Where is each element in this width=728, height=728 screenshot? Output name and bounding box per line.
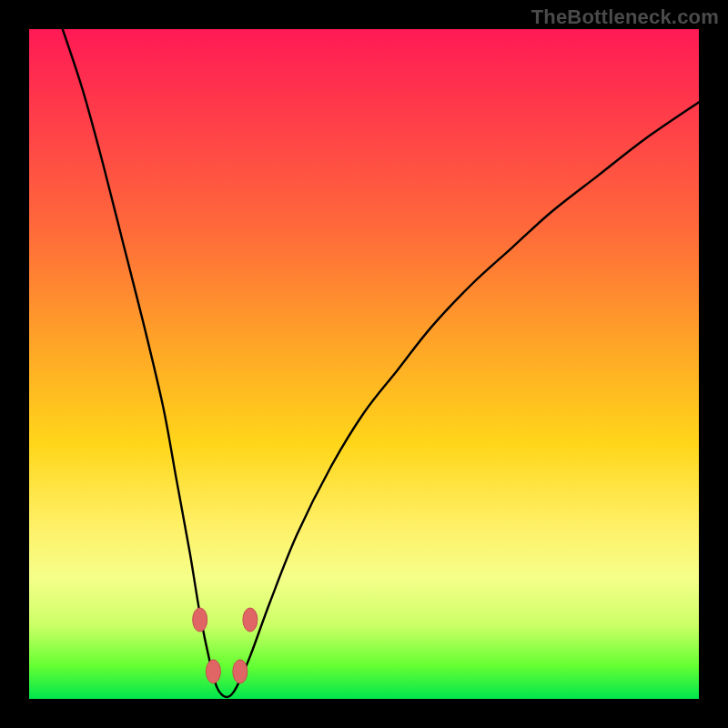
marker-right-upper: [243, 608, 258, 632]
bottleneck-curve-svg: [29, 29, 699, 699]
watermark-text: TheBottleneck.com: [531, 5, 719, 29]
marker-right-lower: [233, 660, 248, 683]
chart-frame: TheBottleneck.com: [0, 0, 728, 728]
bottleneck-curve: [63, 29, 699, 697]
marker-left-lower: [206, 660, 220, 683]
marker-left-upper: [193, 608, 207, 632]
plot-area: [29, 29, 699, 699]
curve-markers: [193, 608, 258, 683]
